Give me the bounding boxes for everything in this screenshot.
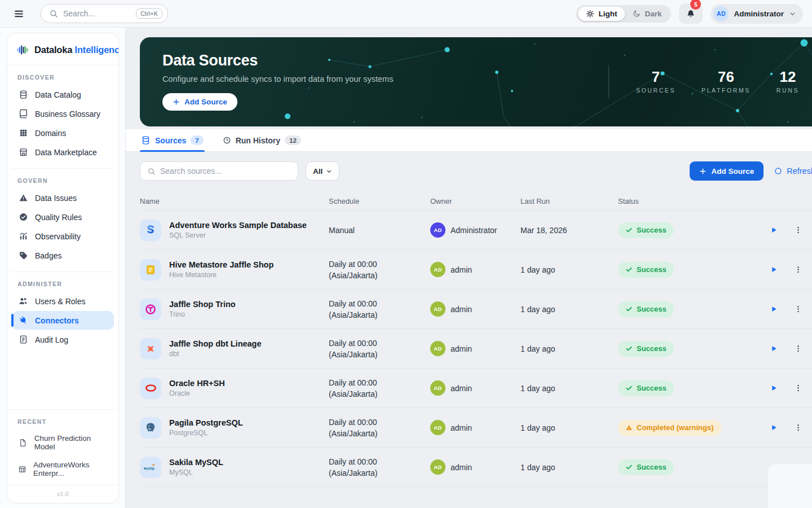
add-source-button[interactable]: Add Source [690, 161, 764, 181]
owner-name: admin [451, 423, 472, 432]
tab-run-history[interactable]: Run History12 [222, 129, 302, 151]
tab-sources[interactable]: Sources7 [140, 129, 205, 151]
check-circle-icon [18, 212, 28, 222]
table-row-sakila-mysql[interactable]: MySQLSakila MySQLMySQLDaily at 00:00(Asi… [140, 448, 812, 487]
hero-stat-runs: 12RUNS [776, 69, 799, 94]
table-row-adventure-works-sample-database[interactable]: Adventure Works Sample DatabaseSQL Serve… [140, 211, 812, 250]
app-version: v1.0 [7, 485, 118, 503]
row-menu-button[interactable] [793, 225, 804, 235]
sidebar-item-connectors[interactable]: Connectors [12, 311, 114, 330]
row-menu-button[interactable] [793, 304, 804, 314]
sidebar-item-label: Business Glossary [35, 110, 100, 119]
brand[interactable]: Dataloka Intelligence [7, 33, 118, 65]
status-badge: Success [618, 222, 674, 238]
theme-light-button[interactable]: Light [578, 7, 625, 21]
last-run-cell: 1 day ago [520, 463, 618, 472]
sidebar-item-data-catalog[interactable]: Data Catalog [12, 85, 114, 104]
database-icon [18, 90, 28, 99]
schedule-cell: Daily at 00:00(Asia/Jakarta) [329, 417, 430, 439]
hero-stats: 7SOURCES76PLATFORMS12RUNS [608, 65, 799, 98]
recent-item-adventureworks-enterpr[interactable]: AdventureWorks Enterpr... [12, 456, 114, 482]
sidebar-item-data-issues[interactable]: Data Issues [12, 189, 114, 207]
run-source-button[interactable] [769, 383, 779, 393]
owner-name: admin [451, 344, 472, 353]
sidebar-item-business-glossary[interactable]: Business Glossary [12, 104, 114, 123]
sidebar-section-title: GOVERN [12, 176, 114, 188]
plus-icon [173, 98, 180, 106]
hero-banner: Data Sources Configure and schedule sync… [140, 37, 812, 126]
sidebar-item-badges[interactable]: Badges [12, 246, 114, 265]
sidebar-item-observability[interactable]: Observability [12, 227, 114, 246]
table-row-jaffle-shop-dbt-lineage[interactable]: Jaffle Shop dbt LineagedbtDaily at 00:00… [140, 329, 812, 369]
owner-avatar: AD [430, 380, 445, 396]
schedule-line: (Asia/Jakarta) [329, 349, 430, 360]
hero-add-source-button[interactable]: Add Source [162, 93, 237, 111]
schedule-line: Daily at 00:00 [329, 417, 430, 428]
schedule-cell: Daily at 00:00(Asia/Jakarta) [329, 377, 430, 400]
search-icon [49, 9, 58, 18]
sidebar-item-label: Data Catalog [35, 90, 81, 99]
column-header-name: Name [140, 197, 329, 205]
check-icon [625, 463, 633, 471]
sources-toolbar: Search sources... All Add Source Refresh [140, 161, 812, 181]
sidebar-item-quality-rules[interactable]: Quality Rules [12, 208, 114, 226]
row-menu-button[interactable] [793, 343, 804, 354]
row-actions [731, 422, 812, 433]
filter-dropdown[interactable]: All [306, 161, 339, 181]
global-search-input[interactable]: Search... Ctrl+K [41, 4, 168, 23]
sidebar-item-data-marketplace[interactable]: Data Marketplace [12, 143, 114, 161]
run-source-button[interactable] [769, 264, 779, 275]
menu-icon[interactable] [9, 4, 28, 23]
hero-stat-platforms: 76PLATFORMS [701, 69, 751, 94]
column-header-last-run: Last Run [520, 197, 618, 205]
sidebar: Dataloka Intelligence DISCOVERData Catal… [0, 28, 126, 508]
column-header-schedule: Schedule [329, 197, 430, 205]
sidebar-section: ADMINISTERUsers & RolesConnectorsAudit L… [12, 271, 114, 349]
search-icon [147, 167, 156, 176]
user-name: Administrator [734, 10, 784, 18]
source-search-input[interactable]: Search sources... [140, 161, 298, 181]
tab-bar: Sources7Run History12 [126, 129, 812, 152]
dbt-logo-icon [140, 338, 161, 360]
table-row-jaffle-shop-trino[interactable]: Jaffle Shop TrinoTrinoDaily at 00:00(Asi… [140, 290, 812, 329]
table-row-hive-metastore-jaffle-shop[interactable]: Hive Metastore Jaffle ShopHive Metastore… [140, 250, 812, 290]
tab-count-badge: 12 [285, 135, 301, 145]
sidebar-item-domains[interactable]: Domains [12, 124, 114, 142]
source-name: Pagila PostgreSQL [169, 418, 243, 427]
run-source-button[interactable] [769, 422, 779, 433]
table-row-pagila-postgresql[interactable]: Pagila PostgreSQLPostgreSQLDaily at 00:0… [140, 408, 812, 448]
row-menu-button[interactable] [793, 383, 804, 393]
oracle-logo-icon [140, 378, 161, 399]
grid-icon [18, 128, 28, 138]
table-row-oracle-hr-sh[interactable]: Oracle HR+SHOracleDaily at 00:00(Asia/Ja… [140, 369, 812, 408]
column-header-status: Status [618, 197, 731, 205]
file-icon [18, 439, 28, 447]
run-source-button[interactable] [769, 304, 779, 314]
notifications-button[interactable]: 5 [679, 3, 703, 24]
refresh-button[interactable]: Refresh [770, 166, 812, 176]
column-header-owner: Owner [430, 197, 520, 205]
page-title: Data Sources [162, 52, 393, 69]
schedule-line: (Asia/Jakarta) [329, 388, 430, 400]
user-menu-button[interactable]: AD Administrator [710, 4, 803, 24]
sidebar-nav: DISCOVERData CatalogBusiness GlossaryDom… [7, 65, 118, 409]
source-type: Oracle [169, 389, 225, 397]
topbar: Search... Ctrl+K Light Dark 5 AD Adminis… [0, 0, 812, 28]
run-source-button[interactable] [769, 225, 779, 235]
search-placeholder: Search... [63, 9, 131, 18]
sidebar-item-users-roles[interactable]: Users & Roles [12, 292, 114, 310]
theme-dark-button[interactable]: Dark [625, 7, 669, 21]
owner-avatar: AD [430, 420, 445, 435]
schedule-cell: Daily at 00:00(Asia/Jakarta) [329, 259, 430, 281]
schedule-cell: Daily at 00:00(Asia/Jakarta) [329, 298, 430, 321]
row-menu-button[interactable] [793, 422, 804, 433]
schedule-cell: Manual [329, 225, 430, 236]
run-source-button[interactable] [769, 343, 779, 354]
recent-item-churn-prediction-model[interactable]: Churn Prediction Model [12, 430, 114, 456]
source-type: PostgreSQL [169, 429, 243, 437]
stat-value: 7 [636, 69, 676, 85]
warning-icon [18, 193, 28, 203]
sidebar-item-audit-log[interactable]: Audit Log [12, 330, 114, 349]
source-name: Hive Metastore Jaffle Shop [169, 260, 273, 269]
row-menu-button[interactable] [793, 264, 804, 275]
